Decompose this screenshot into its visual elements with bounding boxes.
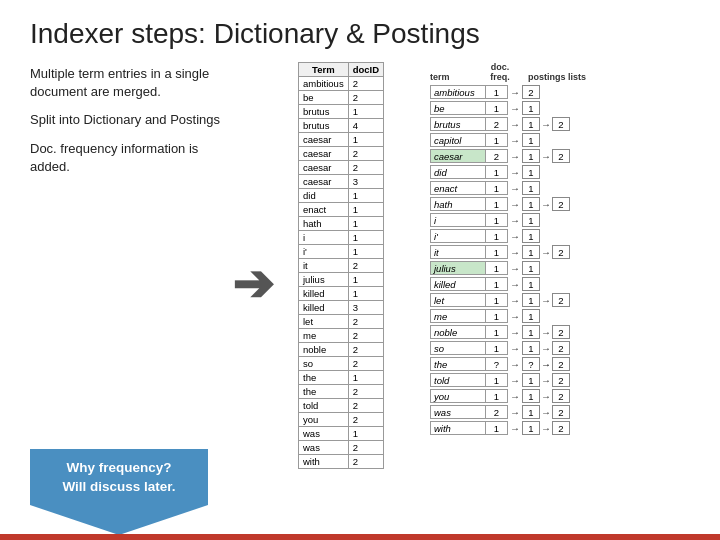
posting-node: 1 bbox=[522, 389, 540, 403]
dict-row: so1→1→2 bbox=[430, 340, 716, 356]
dict-freq: 1 bbox=[486, 181, 508, 195]
point2: Split into Dictionary and Postings bbox=[30, 111, 225, 129]
dict-arrow: → bbox=[510, 231, 520, 242]
dict-freq: 1 bbox=[486, 373, 508, 387]
postings-list: 1 bbox=[522, 277, 540, 291]
dict-term: capitol bbox=[430, 133, 486, 147]
posting-node: 1 bbox=[522, 245, 540, 259]
dict-freq: 1 bbox=[486, 261, 508, 275]
posting-node: 2 bbox=[552, 405, 570, 419]
doc-table-header-docid: docID bbox=[348, 63, 383, 77]
dict-term: ambitious bbox=[430, 85, 486, 99]
doc-table-row: i'1 bbox=[299, 245, 384, 259]
dict-term: it bbox=[430, 245, 486, 259]
dict-freq: 1 bbox=[486, 277, 508, 291]
dict-freq: 1 bbox=[486, 213, 508, 227]
dict-header-freq: doc.freq. bbox=[488, 62, 512, 82]
postings-list: 1→2 bbox=[522, 245, 570, 259]
dict-header-term: term bbox=[430, 72, 486, 82]
dict-term: brutus bbox=[430, 117, 486, 131]
postings-list: 1→2 bbox=[522, 341, 570, 355]
dict-term: be bbox=[430, 101, 486, 115]
dict-row: it1→1→2 bbox=[430, 244, 716, 260]
center-arrow: ➔ bbox=[232, 255, 274, 313]
dict-arrow: → bbox=[510, 199, 520, 210]
dict-arrow: → bbox=[510, 343, 520, 354]
postings-list: 1 bbox=[522, 261, 540, 275]
dict-freq: 2 bbox=[486, 149, 508, 163]
doc-table-row: ambitious2 bbox=[299, 77, 384, 91]
doc-table-header-term: Term bbox=[299, 63, 349, 77]
dict-term: killed bbox=[430, 277, 486, 291]
dict-term: told bbox=[430, 373, 486, 387]
dict-freq: ? bbox=[486, 357, 508, 371]
postings-list: 1 bbox=[522, 101, 540, 115]
dict-arrow: → bbox=[510, 423, 520, 434]
dict-freq: 1 bbox=[486, 229, 508, 243]
doc-table-row: killed1 bbox=[299, 287, 384, 301]
doc-table-row: enact1 bbox=[299, 203, 384, 217]
point3: Doc. frequency information is added. bbox=[30, 140, 225, 176]
dict-freq: 1 bbox=[486, 325, 508, 339]
dict-arrow: → bbox=[510, 327, 520, 338]
postings-list: 1 bbox=[522, 213, 540, 227]
dict-row: brutus2→1→2 bbox=[430, 116, 716, 132]
doc-table-row: with2 bbox=[299, 455, 384, 469]
dict-row: the?→?→2 bbox=[430, 356, 716, 372]
posting-node: 1 bbox=[522, 197, 540, 211]
dict-freq: 1 bbox=[486, 245, 508, 259]
posting-node: 1 bbox=[522, 229, 540, 243]
posting-node: 2 bbox=[552, 341, 570, 355]
dict-arrow: → bbox=[510, 183, 520, 194]
posting-node: 1 bbox=[522, 325, 540, 339]
posting-node: 1 bbox=[522, 277, 540, 291]
point1: Multiple term entries in a single docume… bbox=[30, 65, 225, 101]
dict-freq: 1 bbox=[486, 133, 508, 147]
dict-term: hath bbox=[430, 197, 486, 211]
dict-arrow: → bbox=[510, 103, 520, 114]
posting-node: 2 bbox=[552, 197, 570, 211]
dict-arrow: → bbox=[510, 359, 520, 370]
postings-list: 1 bbox=[522, 133, 540, 147]
dict-arrow: → bbox=[510, 407, 520, 418]
dict-freq: 2 bbox=[486, 117, 508, 131]
dict-term: me bbox=[430, 309, 486, 323]
doc-table-row: it2 bbox=[299, 259, 384, 273]
dict-row: let1→1→2 bbox=[430, 292, 716, 308]
dict-row: killed1→1 bbox=[430, 276, 716, 292]
dict-row: ambitious1→2 bbox=[430, 84, 716, 100]
doc-table-row: julius1 bbox=[299, 273, 384, 287]
posting-node: 1 bbox=[522, 309, 540, 323]
doc-table-row: me2 bbox=[299, 329, 384, 343]
dict-freq: 1 bbox=[486, 341, 508, 355]
postings-list: 1→2 bbox=[522, 149, 570, 163]
doc-table-row: brutus1 bbox=[299, 105, 384, 119]
dict-postings-area: ambitious1→2be1→1brutus2→1→2capitol1→1ca… bbox=[430, 84, 716, 436]
postings-list: 1→2 bbox=[522, 293, 570, 307]
doc-table-row: caesar2 bbox=[299, 161, 384, 175]
posting-node: 2 bbox=[552, 373, 570, 387]
doc-table-row: did1 bbox=[299, 189, 384, 203]
postings-list: 1→2 bbox=[522, 325, 570, 339]
dict-freq: 1 bbox=[486, 197, 508, 211]
dict-freq: 1 bbox=[486, 293, 508, 307]
dict-term: i' bbox=[430, 229, 486, 243]
postings-list: 1→2 bbox=[522, 197, 570, 211]
doc-table-row: i1 bbox=[299, 231, 384, 245]
dict-freq: 1 bbox=[486, 101, 508, 115]
dict-row: with1→1→2 bbox=[430, 420, 716, 436]
dict-arrow: → bbox=[510, 247, 520, 258]
posting-node: 1 bbox=[522, 261, 540, 275]
dict-term: with bbox=[430, 421, 486, 435]
posting-node: 1 bbox=[522, 165, 540, 179]
dict-arrow: → bbox=[510, 151, 520, 162]
postings-list: 1 bbox=[522, 229, 540, 243]
doc-table-row: told2 bbox=[299, 399, 384, 413]
page-title: Indexer steps: Dictionary & Postings bbox=[0, 0, 720, 58]
dict-arrow: → bbox=[510, 375, 520, 386]
doc-table-row: the2 bbox=[299, 385, 384, 399]
posting-node: 1 bbox=[522, 421, 540, 435]
dict-freq: 1 bbox=[486, 165, 508, 179]
dict-arrow: → bbox=[510, 119, 520, 130]
posting-node: ? bbox=[522, 357, 540, 371]
